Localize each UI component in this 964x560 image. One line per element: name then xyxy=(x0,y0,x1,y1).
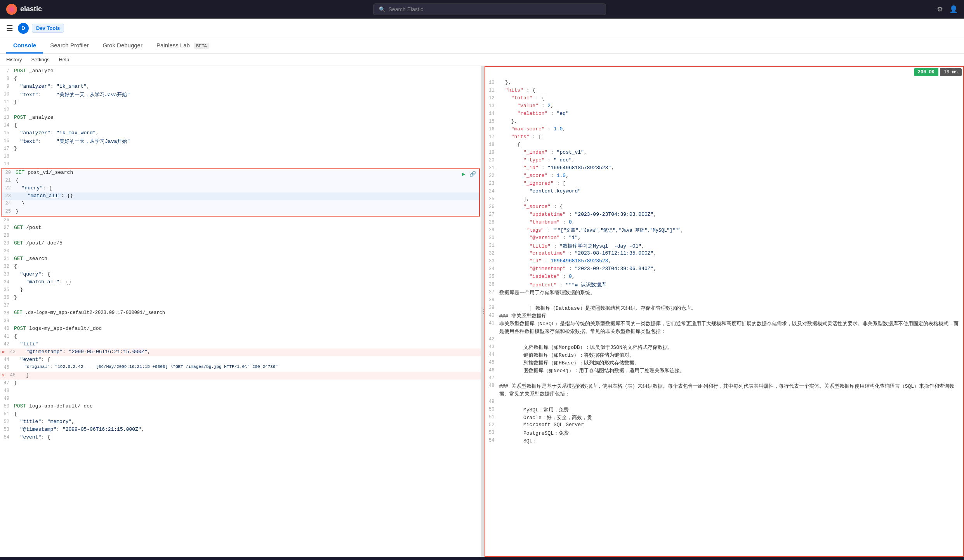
code-line: 41 { xyxy=(0,333,481,341)
code-line: 54 "event": { xyxy=(0,434,481,442)
line-content: 非关系型数据库（NoSQL）是指与传统的关系型数据库不同的一类数据库，它们通常更… xyxy=(499,320,964,335)
line-number: 21 xyxy=(2,177,16,183)
line-content: GET post_v1/_search xyxy=(16,170,479,175)
line-content: "@version" : "1", xyxy=(499,235,964,241)
tab-painless-lab[interactable]: Painless Lab BETA xyxy=(149,38,216,54)
line-content: { xyxy=(14,76,481,81)
code-line: 44 "event": { xyxy=(0,356,481,364)
line-content: ### 关系型数据库是基于关系模型的数据库，使用表格（表）来组织数据。每个表包含… xyxy=(499,383,964,398)
line-content: "content.keyword" xyxy=(499,188,964,194)
line-content: }, xyxy=(499,80,964,85)
settings-button[interactable]: Settings xyxy=(31,55,49,64)
code-line: 34 "match_all": {} xyxy=(0,279,481,286)
response-line: 46 图数据库（如Neo4j）：用于存储图结构数据，适用于处理关系和连接。 xyxy=(485,367,964,374)
code-line: 9 "analyzer": "ik_smart", xyxy=(0,83,481,91)
tab-console[interactable]: Console xyxy=(6,38,43,54)
response-line: 31 "title" : "数据库学习之Mysql -day -01", xyxy=(485,242,964,250)
settings-icon[interactable]: ⚙ xyxy=(937,5,943,14)
line-number: 20 xyxy=(2,170,16,175)
secondary-navigation: ☰ D Dev Tools xyxy=(0,19,964,38)
global-search-bar[interactable]: 🔍 Search Elastic xyxy=(373,3,606,15)
response-line: 47 xyxy=(485,374,964,382)
editor-panel[interactable]: 7 POST _analyze 8 { 9 "analyzer": "ik_sm… xyxy=(0,66,482,557)
code-line: 33 "query": { xyxy=(0,271,481,279)
code-line: 17 } xyxy=(0,145,481,153)
line-content: "event": { xyxy=(14,357,481,362)
line-number: 36 xyxy=(0,295,14,300)
response-line: 27 "updatetime" : "2023-09-23T04:39:03.0… xyxy=(485,211,964,219)
code-line: 13 POST _analyze xyxy=(0,114,481,122)
link-icon[interactable]: 🔗 xyxy=(469,171,476,177)
line-content: GET /post xyxy=(14,225,481,231)
response-line: 21 "_id" : "1696496818578923523", xyxy=(485,165,964,172)
line-number: 49 xyxy=(0,395,14,401)
user-avatar: D xyxy=(18,23,29,34)
line-number: 23 xyxy=(485,180,499,186)
code-line: 35 } xyxy=(0,286,481,294)
tab-search-profiler[interactable]: Search Profiler xyxy=(43,38,96,54)
tool-bar: History Settings Help xyxy=(0,54,964,66)
code-line: 8 { xyxy=(0,75,481,83)
line-content: "thumbnum" : 0, xyxy=(499,219,964,225)
response-line: 53 PostgreSQL：免费 xyxy=(485,429,964,437)
line-number: 24 xyxy=(2,201,16,206)
line-number: 42 xyxy=(485,336,499,342)
line-number: 19 xyxy=(485,149,499,155)
line-number: 40 xyxy=(485,312,499,318)
line-content: 数据库是一个用于存储和管理数据的系统。 xyxy=(499,289,964,296)
code-line: 24 } xyxy=(2,200,479,208)
line-number: 51 xyxy=(485,414,499,420)
line-number: 26 xyxy=(485,204,499,210)
line-number: 40 xyxy=(0,326,14,331)
line-content: | 数据库（Database）是按照数据结构来组织、存储和管理数据的仓库。 xyxy=(499,305,964,312)
line-number: 12 xyxy=(0,107,14,113)
line-content: "_type" : "_doc", xyxy=(499,157,964,163)
line-number: 39 xyxy=(0,318,14,324)
line-number: 44 xyxy=(485,352,499,357)
line-number: 18 xyxy=(0,153,14,159)
line-content: } xyxy=(14,99,481,105)
line-content: "tags" : """["文章","Java","笔记","Java 基础",… xyxy=(499,227,964,234)
line-content: POST logs-my_app-default/_doc xyxy=(14,326,481,331)
code-line: 14 { xyxy=(0,122,481,130)
line-number: 52 xyxy=(485,422,499,428)
status-time: 19 ms xyxy=(940,68,962,76)
hamburger-menu[interactable]: ☰ xyxy=(6,24,13,33)
line-content: "analyzer": "ik_max_word", xyxy=(14,130,481,136)
response-line: 50 MySQL：常用，免费 xyxy=(485,406,964,414)
line-content: }, xyxy=(499,118,964,124)
code-line: 40 POST logs-my_app-default/_doc xyxy=(0,325,481,333)
response-line: 43 文档数据库（如MongoDB）：以类似于JSON的文档格式存储数据。 xyxy=(485,343,964,351)
line-content: ### 非关系型数据库 xyxy=(499,312,964,319)
line-number: 38 xyxy=(485,297,499,303)
top-navigation: elastic 🔍 Search Elastic ⚙ 👤 xyxy=(0,0,964,19)
line-number: 30 xyxy=(0,248,14,254)
line-content: "analyzer": "ik_smart", xyxy=(14,83,481,89)
response-line: 19 "_index" : "post_v1", xyxy=(485,149,964,157)
line-number: 32 xyxy=(485,250,499,256)
code-line: 23 "match_all": {} xyxy=(2,192,479,200)
line-content: } xyxy=(16,208,479,214)
line-content: MySQL：常用，免费 xyxy=(499,406,964,413)
response-line: 29 "tags" : """["文章","Java","笔记","Java 基… xyxy=(485,227,964,234)
run-button[interactable]: ▶ xyxy=(462,171,465,177)
line-number: 37 xyxy=(485,289,499,295)
tab-grok-debugger[interactable]: Grok Debugger xyxy=(96,38,149,54)
line-content: { xyxy=(14,333,481,339)
line-content: "id" : 1696496818578923523, xyxy=(499,258,964,264)
response-line: 38 xyxy=(485,296,964,304)
editor-content: 7 POST _analyze 8 { 9 "analyzer": "ik_sm… xyxy=(0,66,481,443)
response-line: 12 "total" : { xyxy=(485,95,964,102)
line-number: 27 xyxy=(485,212,499,217)
elastic-logo[interactable]: elastic xyxy=(6,4,42,15)
line-number: 11 xyxy=(0,99,14,105)
line-number: 30 xyxy=(485,235,499,241)
help-button[interactable]: Help xyxy=(59,55,69,64)
user-icon[interactable]: 👤 xyxy=(949,5,958,14)
line-content: "text": "美好的一天，从学习Java开始" xyxy=(14,91,481,98)
history-button[interactable]: History xyxy=(6,55,22,64)
status-code: 200 OK xyxy=(914,68,938,76)
line-content: { xyxy=(16,177,479,183)
code-line: 52 "title": "memory", xyxy=(0,418,481,426)
dev-tools-badge: Dev Tools xyxy=(32,24,64,33)
